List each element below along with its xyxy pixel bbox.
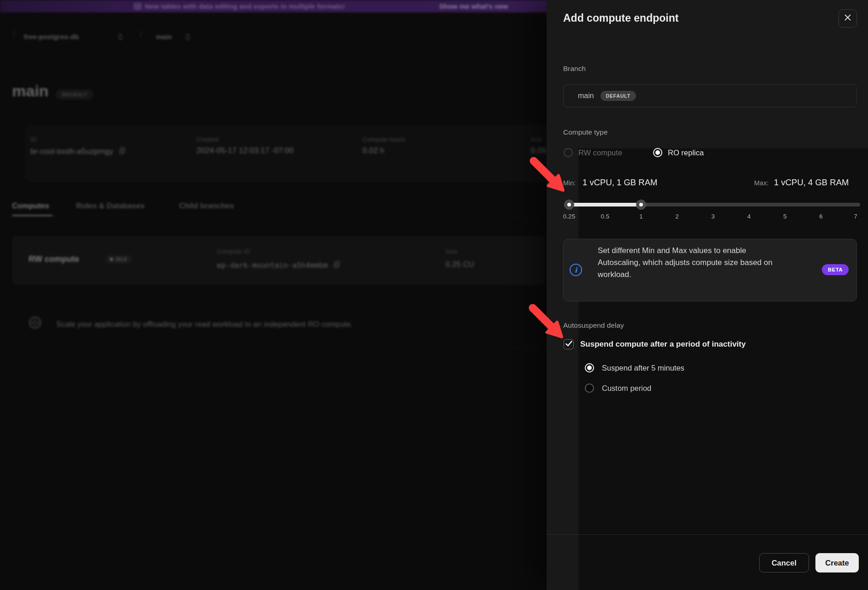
slider-tick: 1: [627, 213, 655, 220]
max-label: Max:: [754, 179, 768, 187]
add-compute-endpoint-drawer: Add compute endpoint Branch main DEFAULT…: [547, 0, 868, 590]
slider-tick: 6: [807, 213, 835, 220]
slider-tick: 0.25: [555, 213, 583, 220]
info-icon: i: [570, 264, 582, 276]
radio-rw-compute[interactable]: [564, 148, 573, 157]
close-button[interactable]: [838, 9, 857, 28]
autosuspend-label: Autosuspend delay: [563, 321, 624, 330]
branch-value: main: [578, 92, 594, 100]
slider-tick: 4: [735, 213, 763, 220]
drawer-title: Add compute endpoint: [563, 12, 678, 24]
autoscaling-info-text: Set different Min and Max values to enab…: [598, 245, 775, 281]
max-value: 1 vCPU, 4 GB RAM: [774, 177, 849, 188]
compute-size-slider-fill: [569, 203, 641, 206]
radio-suspend-5-minutes[interactable]: [585, 363, 594, 372]
compute-type-label: Compute type: [563, 128, 608, 136]
slider-tick: 0.5: [591, 213, 619, 220]
radio-custom-period[interactable]: [585, 384, 594, 393]
footer-divider: [547, 534, 868, 535]
close-icon: [844, 14, 851, 23]
cancel-button[interactable]: Cancel: [759, 553, 809, 572]
suspend-checkbox[interactable]: [564, 339, 574, 349]
min-label: Min:: [563, 179, 576, 187]
slider-handle-min[interactable]: [564, 200, 574, 210]
slider-tick: 5: [771, 213, 799, 220]
radio-suspend-5-minutes-label[interactable]: Suspend after 5 minutes: [602, 364, 684, 372]
slider-tick: 7: [842, 213, 868, 220]
create-button[interactable]: Create: [815, 553, 859, 572]
radio-custom-period-label[interactable]: Custom period: [602, 384, 651, 393]
radio-ro-replica[interactable]: [653, 148, 662, 157]
beta-badge: BETA: [822, 264, 849, 275]
suspend-checkbox-label[interactable]: Suspend compute after a period of inacti…: [580, 340, 746, 349]
default-badge: DEFAULT: [600, 91, 636, 101]
branch-select[interactable]: main DEFAULT: [563, 84, 857, 107]
radio-ro-replica-label[interactable]: RO replica: [668, 148, 704, 157]
branch-label: Branch: [563, 65, 586, 73]
slider-handle-max[interactable]: [636, 200, 646, 210]
min-value: 1 vCPU, 1 GB RAM: [583, 177, 657, 188]
app-window: New tables with data editing and exports…: [0, 0, 868, 590]
slider-tick: 3: [699, 213, 727, 220]
check-icon: [565, 340, 572, 348]
slider-tick: 2: [663, 213, 691, 220]
